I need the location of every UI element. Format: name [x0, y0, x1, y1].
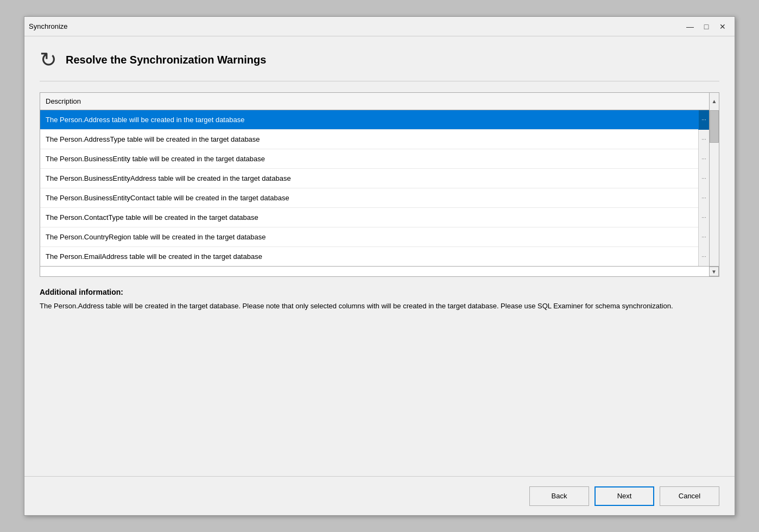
row-action-button[interactable]: ··· [698, 169, 709, 188]
main-window: Synchronize — □ ✕ ↻ Resolve the Synchron… [24, 16, 735, 516]
sync-icon: ↻ [40, 49, 57, 70]
additional-info-text: The Person.Address table will be created… [40, 301, 719, 312]
row-text: The Person.BusinessEntityContact table w… [40, 189, 698, 206]
scroll-down-button[interactable]: ▼ [709, 267, 719, 276]
row-text: The Person.Address table will be created… [40, 111, 698, 128]
row-action-button[interactable]: ··· [698, 208, 709, 227]
table-row[interactable]: The Person.BusinessEntityAddress table w… [40, 169, 709, 188]
table-rows: The Person.Address table will be created… [40, 110, 709, 266]
table-row[interactable]: The Person.Address table will be created… [40, 110, 709, 130]
maximize-button[interactable]: □ [699, 20, 714, 33]
back-button[interactable]: Back [529, 486, 589, 506]
table-row[interactable]: The Person.CountryRegion table will be c… [40, 227, 709, 247]
row-text: The Person.BusinessEntity table will be … [40, 150, 698, 167]
scroll-up-button[interactable]: ▲ [709, 93, 719, 110]
row-action-button[interactable]: ··· [698, 130, 709, 149]
row-text: The Person.ContactType table will be cre… [40, 209, 698, 226]
row-text: The Person.CountryRegion table will be c… [40, 229, 698, 245]
minimize-button[interactable]: — [682, 20, 698, 33]
footer: Back Next Cancel [24, 476, 735, 515]
window-controls: — □ ✕ [682, 20, 730, 33]
page-title: Resolve the Synchronization Warnings [66, 54, 266, 66]
warnings-table: Description ▲ The Person.Address table w… [40, 92, 719, 277]
row-action-button[interactable]: ··· [698, 227, 709, 247]
table-row[interactable]: The Person.BusinessEntityContact table w… [40, 188, 709, 208]
table-scroll-area: The Person.Address table will be created… [40, 110, 719, 266]
row-action-button[interactable]: ··· [698, 247, 709, 267]
window-title: Synchronize [29, 22, 68, 30]
row-action-button[interactable]: ··· [698, 149, 709, 169]
additional-info-title: Additional information: [40, 288, 719, 296]
header-section: ↻ Resolve the Synchronization Warnings [40, 49, 719, 81]
row-action-button[interactable]: ··· [698, 188, 709, 208]
row-text: The Person.EmailAddress table will be cr… [40, 248, 698, 265]
table-row[interactable]: The Person.AddressType table will be cre… [40, 130, 709, 149]
close-button[interactable]: ✕ [715, 20, 730, 33]
table-row[interactable]: The Person.EmailAddress table will be cr… [40, 247, 709, 266]
row-text: The Person.BusinessEntityAddress table w… [40, 170, 698, 187]
row-action-button[interactable]: ··· [698, 110, 709, 130]
scrollbar-thumb[interactable] [710, 110, 719, 143]
title-bar: Synchronize — □ ✕ [24, 17, 735, 36]
cancel-button[interactable]: Cancel [660, 486, 719, 506]
table-header: Description ▲ [40, 93, 719, 110]
table-row[interactable]: The Person.ContactType table will be cre… [40, 208, 709, 227]
table-row[interactable]: The Person.BusinessEntity table will be … [40, 149, 709, 169]
description-column-header: Description [40, 97, 709, 105]
row-text: The Person.AddressType table will be cre… [40, 131, 698, 148]
next-button[interactable]: Next [594, 486, 654, 506]
additional-info-section: Additional information: The Person.Addre… [40, 288, 719, 312]
scrollbar-track[interactable] [709, 110, 719, 266]
main-content: ↻ Resolve the Synchronization Warnings D… [24, 36, 735, 476]
